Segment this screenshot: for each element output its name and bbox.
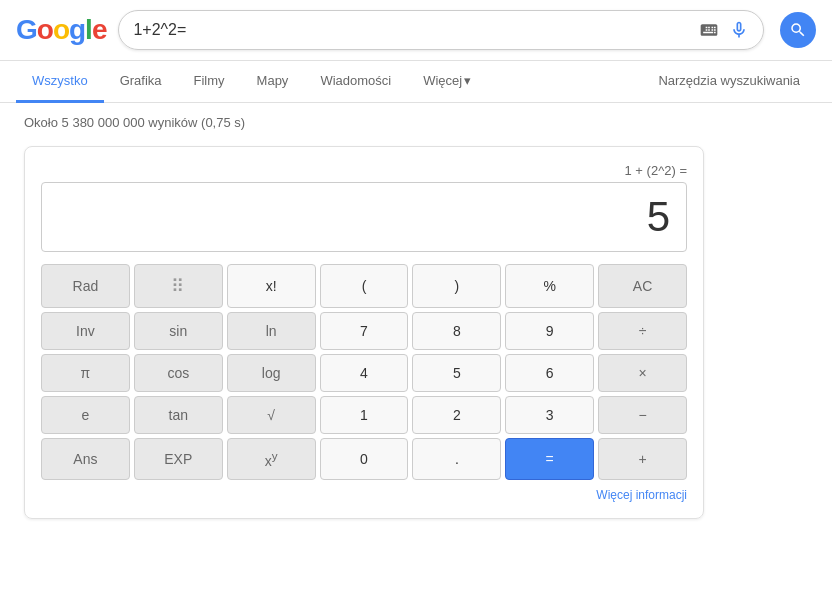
btn-inv[interactable]: Inv [41, 312, 130, 350]
btn-open-paren[interactable]: ( [320, 264, 409, 308]
btn-multiply[interactable]: × [598, 354, 687, 392]
btn-grid[interactable]: ⠿ [134, 264, 223, 308]
tab-all[interactable]: Wszystko [16, 61, 104, 103]
tab-grafika[interactable]: Grafika [104, 61, 178, 103]
tab-wiadomosci[interactable]: Wiadomości [304, 61, 407, 103]
btn-divide[interactable]: ÷ [598, 312, 687, 350]
btn-6[interactable]: 6 [505, 354, 594, 392]
more-info-link[interactable]: Więcej informacji [41, 488, 687, 502]
calc-buttons: Rad ⠿ x! ( ) % AC Inv sin ln 7 8 9 ÷ π [41, 264, 687, 480]
header: Google [0, 0, 832, 61]
btn-rad[interactable]: Rad [41, 264, 130, 308]
btn-8[interactable]: 8 [412, 312, 501, 350]
btn-ans[interactable]: Ans [41, 438, 130, 480]
btn-exp[interactable]: EXP [134, 438, 223, 480]
btn-log[interactable]: log [227, 354, 316, 392]
btn-subtract[interactable]: − [598, 396, 687, 434]
btn-sin[interactable]: sin [134, 312, 223, 350]
nav-tabs: Wszystko Grafika Filmy Mapy Wiadomości W… [0, 61, 832, 103]
google-logo: Google [16, 14, 106, 46]
btn-power[interactable]: xy [227, 438, 316, 480]
calc-row-2: Inv sin ln 7 8 9 ÷ [41, 312, 687, 350]
btn-percent[interactable]: % [505, 264, 594, 308]
btn-e[interactable]: e [41, 396, 130, 434]
btn-ln[interactable]: ln [227, 312, 316, 350]
btn-dot[interactable]: . [412, 438, 501, 480]
chevron-down-icon: ▾ [464, 73, 471, 88]
btn-1[interactable]: 1 [320, 396, 409, 434]
results-count: Około 5 380 000 000 wyników (0,75 s) [24, 115, 808, 130]
search-bar [118, 10, 764, 50]
btn-4[interactable]: 4 [320, 354, 409, 392]
calc-row-3: π cos log 4 5 6 × [41, 354, 687, 392]
btn-ac[interactable]: AC [598, 264, 687, 308]
btn-0[interactable]: 0 [320, 438, 409, 480]
btn-tan[interactable]: tan [134, 396, 223, 434]
tab-mapy[interactable]: Mapy [241, 61, 305, 103]
btn-sqrt[interactable]: √ [227, 396, 316, 434]
calc-row-1: Rad ⠿ x! ( ) % AC [41, 264, 687, 308]
search-button[interactable] [780, 12, 816, 48]
btn-add[interactable]: + [598, 438, 687, 480]
btn-close-paren[interactable]: ) [412, 264, 501, 308]
btn-pi[interactable]: π [41, 354, 130, 392]
calc-display: 5 [41, 182, 687, 252]
tab-wiecej[interactable]: Więcej ▾ [407, 61, 487, 103]
keyboard-icon[interactable] [699, 20, 719, 40]
search-icons [699, 20, 749, 40]
btn-5[interactable]: 5 [412, 354, 501, 392]
calc-expression: 1 + (2^2) = [41, 163, 687, 178]
calc-row-5: Ans EXP xy 0 . = + [41, 438, 687, 480]
calculator-card: 1 + (2^2) = 5 Rad ⠿ x! ( ) % AC Inv sin … [24, 146, 704, 519]
search-input[interactable] [133, 21, 699, 39]
tab-narzedzia[interactable]: Narzędzia wyszukiwania [642, 61, 816, 103]
calc-row-4: e tan √ 1 2 3 − [41, 396, 687, 434]
mic-icon[interactable] [729, 20, 749, 40]
tab-filmy[interactable]: Filmy [178, 61, 241, 103]
btn-2[interactable]: 2 [412, 396, 501, 434]
btn-9[interactable]: 9 [505, 312, 594, 350]
results-area: Około 5 380 000 000 wyników (0,75 s) 1 +… [0, 103, 832, 531]
btn-7[interactable]: 7 [320, 312, 409, 350]
btn-factorial[interactable]: x! [227, 264, 316, 308]
btn-3[interactable]: 3 [505, 396, 594, 434]
btn-cos[interactable]: cos [134, 354, 223, 392]
btn-equals[interactable]: = [505, 438, 594, 480]
calc-result: 5 [647, 193, 670, 241]
